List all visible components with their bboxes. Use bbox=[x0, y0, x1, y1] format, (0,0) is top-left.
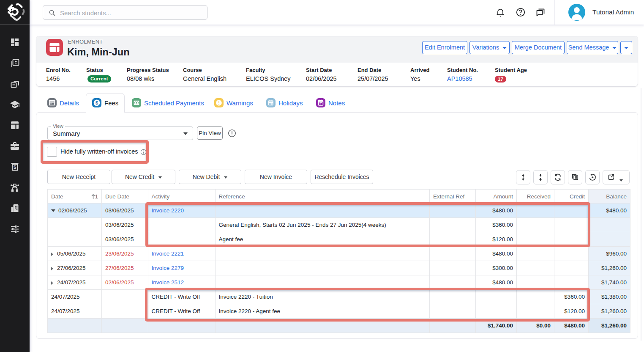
svg-text:$: $ bbox=[14, 165, 16, 170]
svg-text:$: $ bbox=[96, 100, 98, 105]
